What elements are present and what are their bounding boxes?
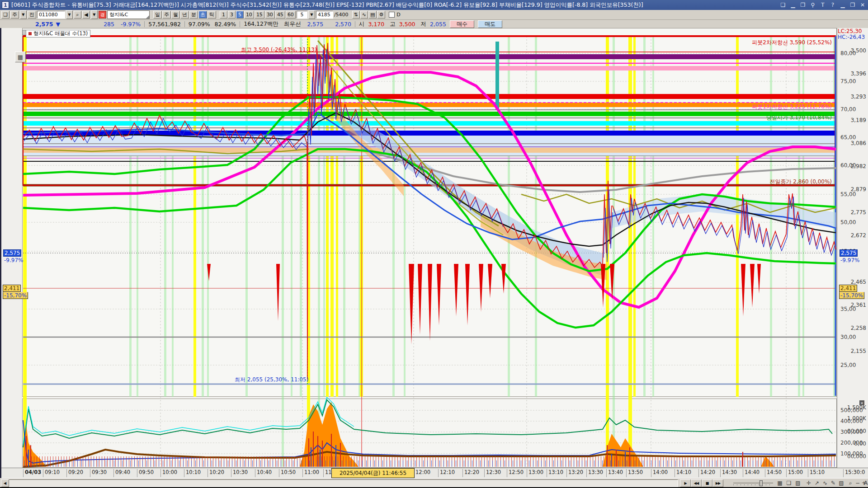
current-price-pct-left: -9.97% bbox=[4, 257, 23, 263]
volume-pane-close-icon[interactable]: × bbox=[859, 400, 864, 405]
current-price: 2,575 bbox=[35, 21, 53, 28]
limit-pct-left: -15,70% bbox=[3, 292, 28, 299]
interval-button[interactable]: 45 bbox=[275, 11, 285, 19]
pattern-icon[interactable]: ▨ bbox=[794, 479, 802, 487]
d-checkbox-label: D bbox=[396, 12, 400, 18]
pin-icon[interactable]: ⚲ bbox=[809, 2, 816, 8]
left-price-axis[interactable] bbox=[1, 28, 22, 468]
time-axis-label: 14:00 bbox=[651, 469, 668, 477]
sell-button[interactable]: 매도 bbox=[478, 20, 502, 28]
right-axis-tick: 25,00 bbox=[840, 362, 856, 368]
trendline-tool-icon[interactable]: ↗ bbox=[813, 479, 821, 487]
high-label: 고 bbox=[390, 20, 396, 28]
interval-button[interactable]: 5 bbox=[236, 11, 244, 19]
title-bar[interactable]: 1 [0601] 주식종합차트 - 유통비율[75.3] 거래대금[164,12… bbox=[0, 0, 868, 10]
collapse-icon[interactable]: ▁ bbox=[789, 2, 797, 8]
current-price-badge-right: 2,575 bbox=[840, 249, 858, 257]
rewind-button[interactable]: ◀◀ bbox=[691, 479, 702, 487]
help-icon[interactable]: ? bbox=[829, 2, 836, 8]
region-tool-icon[interactable]: ▧ bbox=[837, 479, 845, 487]
play-button[interactable]: ▶ bbox=[680, 479, 691, 487]
left-axis-tick: 2,155 bbox=[851, 348, 866, 354]
interval-button[interactable]: 15 bbox=[255, 11, 264, 19]
scroll-left-icon[interactable]: ◀ bbox=[1, 479, 9, 487]
buy-button[interactable]: 매수 bbox=[450, 20, 474, 28]
indicator-tool-icon[interactable]: ∿ bbox=[821, 479, 829, 487]
slider-rail bbox=[733, 483, 773, 483]
period-button[interactable]: 년 bbox=[180, 11, 189, 19]
open-price: 3,170 bbox=[368, 21, 384, 28]
bar-count-input[interactable]: 4185 bbox=[316, 11, 333, 19]
period-button[interactable]: 틱 bbox=[208, 11, 216, 19]
period-button[interactable]: 초 bbox=[198, 11, 207, 19]
minimize-icon[interactable]: ▁ bbox=[839, 2, 846, 8]
zoom-slider[interactable] bbox=[733, 480, 773, 485]
sort-icon[interactable]: ⇅ bbox=[352, 11, 360, 19]
duplicate-window-icon[interactable]: ❐ bbox=[799, 2, 807, 8]
time-axis-label: 14:50 bbox=[765, 469, 782, 477]
period-button[interactable]: 분 bbox=[189, 11, 198, 19]
right-axis-tick: 80,00 bbox=[840, 50, 856, 56]
period-button[interactable]: 주 bbox=[162, 11, 171, 19]
grid-icon[interactable]: ▦ bbox=[15, 52, 26, 62]
volume-right-tick: 500,000 bbox=[840, 407, 863, 413]
stop-button[interactable]: ■ bbox=[702, 479, 712, 487]
panel-icon[interactable]: ❏ bbox=[1, 11, 9, 19]
right-axis-tick: 35,00 bbox=[840, 306, 856, 312]
time-axis-label: 14:30 bbox=[720, 469, 737, 477]
code-dropdown-icon[interactable]: ▼ bbox=[66, 10, 73, 19]
indicator-legend[interactable]: 형지I&C 매물대 수(13) bbox=[26, 30, 90, 38]
bar-count-total: /5400 bbox=[334, 12, 349, 18]
period-button[interactable]: 월 bbox=[171, 11, 180, 19]
wave-icon[interactable]: ∿ bbox=[360, 11, 368, 19]
time-axis-label: 14:10 bbox=[675, 469, 691, 477]
speaker-dropdown-icon[interactable]: ▼ bbox=[91, 10, 98, 19]
stock-code-input[interactable]: 011080 bbox=[37, 11, 65, 19]
font-size-button[interactable]: A bbox=[862, 479, 868, 487]
time-axis-label: 10:00 bbox=[160, 469, 177, 477]
interval-buttons: 1351015304560 bbox=[220, 11, 296, 19]
slider-ticks bbox=[733, 484, 773, 485]
prev-stock-button[interactable]: 전 bbox=[28, 11, 36, 19]
period-buttons: 일주월년분초틱 bbox=[153, 11, 216, 19]
save-icon[interactable]: ▤ bbox=[368, 11, 377, 19]
warning-badge: 경 bbox=[99, 11, 106, 19]
time-axis-label: 15:00 bbox=[786, 469, 803, 477]
time-axis[interactable]: 04/0309:1009:2009:3009:4009:5010:0010:10… bbox=[1, 468, 868, 479]
left-axis-tick: 3,189 bbox=[851, 117, 866, 123]
interval-dropdown-icon[interactable]: ▼ bbox=[308, 10, 315, 19]
d-checkbox[interactable] bbox=[389, 12, 395, 18]
draw-tool-icon[interactable]: ✎ bbox=[829, 479, 837, 487]
search-icon[interactable]: ⌕ bbox=[74, 11, 81, 19]
period-button[interactable]: 일 bbox=[153, 11, 162, 19]
speaker-icon[interactable]: ◀ bbox=[82, 11, 90, 19]
float-window-icon[interactable]: ❏ bbox=[779, 2, 787, 8]
interval-button[interactable]: 1 bbox=[220, 11, 227, 19]
hc-label: HC:-26,43 bbox=[838, 34, 865, 40]
interval-button[interactable]: 30 bbox=[265, 11, 275, 19]
restore-icon[interactable]: ❐ bbox=[849, 2, 856, 8]
chart-type-combo[interactable]: 주 bbox=[10, 11, 19, 19]
forward-button[interactable]: ▶▶ bbox=[712, 479, 723, 487]
time-axis-label: 15:10 bbox=[808, 469, 825, 477]
interval-button[interactable]: 10 bbox=[244, 11, 254, 19]
interval-button[interactable]: 3 bbox=[228, 11, 236, 19]
time-axis-label: 12:00 bbox=[414, 469, 430, 477]
left-axis-tick: 2,672 bbox=[851, 232, 866, 239]
close-icon[interactable]: ✕ bbox=[859, 2, 866, 8]
chart-type-dropdown-icon[interactable]: ▼ bbox=[20, 10, 27, 19]
crosshair-tool-icon[interactable]: ✛ bbox=[805, 479, 813, 487]
window-number-icon: 1 bbox=[2, 1, 9, 9]
slider-handle[interactable] bbox=[760, 480, 763, 486]
horizontal-scrollbar[interactable] bbox=[1, 479, 678, 487]
interval-button[interactable]: 60 bbox=[286, 11, 296, 19]
volume-right-tick: 100,000 bbox=[840, 450, 863, 457]
settings-icon[interactable]: ⚙ bbox=[377, 11, 385, 19]
text-icon[interactable]: T bbox=[819, 2, 826, 8]
add-chart-icon[interactable]: ▦ bbox=[776, 479, 784, 487]
cascade-icon[interactable]: ❏ bbox=[785, 479, 793, 487]
window-controls: ❏▁❐⚲T?▁❐✕ bbox=[779, 0, 866, 10]
interval-value-combo[interactable]: 5 bbox=[297, 11, 307, 19]
time-axis-label: 09:50 bbox=[137, 469, 154, 477]
low-label: 저 bbox=[421, 20, 427, 28]
